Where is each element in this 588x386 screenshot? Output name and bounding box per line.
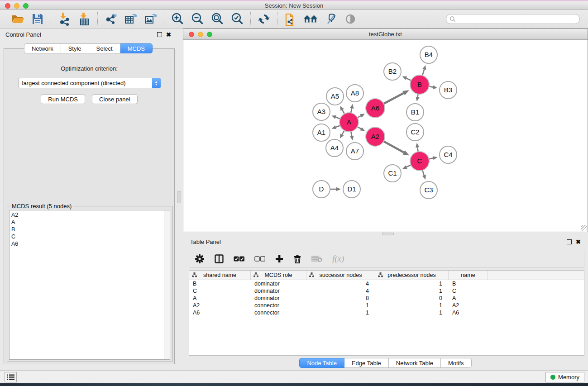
import-network-button[interactable] [57,12,72,26]
select-all-columns-button[interactable] [234,256,244,262]
tab-mcds[interactable]: MCDS [120,43,153,53]
export-image-button[interactable] [143,12,158,26]
close-window-button[interactable] [5,3,10,9]
memory-button[interactable]: Memory [545,372,584,382]
close-panel-icon[interactable]: ✖ [576,239,581,244]
zoom-out-button[interactable] [190,12,205,26]
delete-table-button[interactable] [311,255,322,262]
network-canvas[interactable]: B4B2BB3A8A5A6A3B1AC2A1A2A4A7C4CC1DD1C3 [183,40,588,232]
tab-motifs[interactable]: Motifs [441,358,472,368]
table-cell[interactable]: dominator [251,288,306,294]
table-cell[interactable]: dominator [251,295,306,301]
minimize-network-button[interactable] [198,32,203,37]
delete-column-button[interactable] [293,254,301,263]
zoom-selected-button[interactable] [229,12,245,26]
table-cell[interactable]: connector [251,302,306,309]
network-graph[interactable]: B4B2BB3A8A5A6A3B1AC2A1A2A4A7C4CC1DD1C3 [183,40,588,232]
export-network-button[interactable] [103,12,119,26]
close-panel-icon[interactable]: ✖ [166,32,171,37]
result-item[interactable]: A2 [11,211,168,219]
table-row[interactable]: A6connector11A6 [189,309,584,316]
mcds-result-list[interactable]: A2ABCA6 [9,210,170,360]
zoom-network-button[interactable] [207,32,212,37]
zoom-fit-button[interactable] [210,12,225,26]
panel-list-button[interactable] [5,372,17,382]
table-cell[interactable]: A [449,295,488,301]
column-header-MCDS-role[interactable]: MCDS role [251,271,306,280]
node-table[interactable]: shared nameMCDS rolesuccessor nodesprede… [189,270,584,356]
table-cell[interactable]: A6 [189,310,251,316]
table-cell[interactable]: A6 [449,310,488,316]
column-header-predecessor-nodes[interactable]: predecessor nodes [375,271,449,280]
panel-divider-horizontal[interactable] [183,232,588,236]
function-builder-button[interactable]: f(x) [332,254,344,264]
float-panel-icon[interactable] [567,239,572,244]
minimize-window-button[interactable] [14,3,19,9]
network-window-controls[interactable] [189,32,212,37]
close-network-button[interactable] [189,32,194,37]
table-cell[interactable]: 4 [306,288,375,294]
table-row[interactable]: A2connector11A2 [189,302,584,309]
table-row[interactable]: Bdominator41B [189,280,584,287]
divider-handle[interactable] [382,233,394,235]
tab-node-table[interactable]: Node Table [299,358,344,368]
table-cell[interactable]: 8 [306,295,375,301]
table-cell[interactable]: A2 [189,302,251,309]
import-table-button[interactable] [76,12,92,26]
first-neighbors-button[interactable] [303,12,318,26]
network-window-titlebar[interactable]: testGlobe.txt [183,29,588,40]
table-cell[interactable]: dominator [251,281,306,287]
table-cell[interactable]: 1 [375,302,449,309]
column-layout-button[interactable] [215,254,224,263]
tab-network-table[interactable]: Network Table [389,358,441,368]
annotation-pen-button[interactable] [323,12,338,26]
table-cell[interactable]: B [189,281,251,287]
tab-edge-table[interactable]: Edge Table [344,358,389,368]
table-cell[interactable]: C [449,288,488,294]
table-cell[interactable]: connector [251,310,306,316]
tab-style[interactable]: Style [61,43,89,53]
apply-layout-button[interactable] [256,12,272,26]
open-session-button[interactable] [10,12,25,26]
table-row[interactable]: Adominator80A [189,295,584,302]
export-table-button[interactable] [123,12,139,26]
zoom-window-button[interactable] [23,3,29,9]
float-panel-icon[interactable] [157,32,162,37]
add-column-button[interactable] [275,255,283,263]
table-row[interactable]: Cdominator41C [189,287,584,295]
table-cell[interactable]: B [449,281,488,287]
close-panel-button[interactable]: Close panel [92,94,138,104]
graph-edge[interactable] [383,141,404,152]
run-mcds-button[interactable]: Run MCDS [41,94,85,104]
save-session-button[interactable] [30,12,45,26]
result-scrollbar[interactable] [164,210,170,359]
criterion-select[interactable]: largest connected component (directed) ▲… [18,78,161,88]
table-cell[interactable]: 1 [375,310,449,316]
table-cell[interactable]: 1 [375,281,449,287]
column-header-successor-nodes[interactable]: successor nodes [306,271,375,280]
table-cell[interactable]: 1 [306,302,375,309]
column-header-shared-name[interactable]: shared name [189,271,251,280]
panel-divider-vertical[interactable] [177,29,183,370]
zoom-in-button[interactable] [170,12,185,26]
window-controls[interactable] [5,3,29,9]
result-item[interactable]: C [11,233,168,240]
tab-network[interactable]: Network [24,43,61,53]
search-input[interactable] [456,16,579,22]
session-titlebar[interactable]: Session: New Session [0,1,588,10]
table-cell[interactable]: 4 [306,281,375,287]
table-settings-button[interactable] [195,254,205,264]
search-field[interactable] [446,14,580,24]
result-item[interactable]: A6 [11,240,168,248]
result-item[interactable]: B [11,226,168,233]
table-cell[interactable]: C [189,288,251,294]
show-details-button[interactable] [343,12,358,26]
table-cell[interactable]: A [189,295,251,301]
table-cell[interactable]: 1 [306,310,375,316]
graph-edge[interactable] [383,93,404,104]
column-header-name[interactable]: name [449,271,488,280]
table-cell[interactable]: A2 [449,302,488,309]
table-cell[interactable]: 1 [375,288,449,294]
resize-grip-icon[interactable] [581,225,587,231]
deselect-all-columns-button[interactable] [254,256,265,262]
